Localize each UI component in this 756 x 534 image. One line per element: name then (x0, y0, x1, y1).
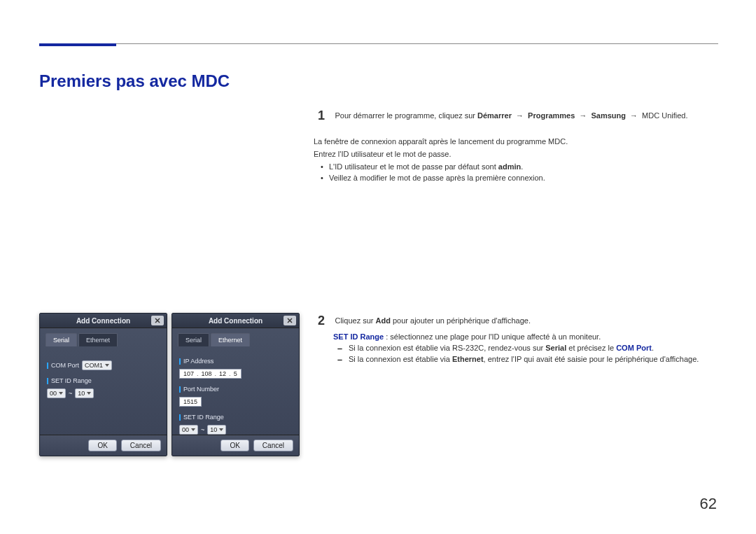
tab-ethernet[interactable]: Ethernet (211, 333, 250, 346)
range-to-select[interactable]: 10 (207, 425, 226, 435)
add-connection-dialog-ethernet: Add Connection Serial Ethernet IP Addres… (172, 313, 300, 456)
header-accent (39, 43, 116, 46)
cancel-button[interactable]: Cancel (121, 440, 161, 451)
step-2-number: 2 (318, 314, 332, 328)
dash-text: Si la connexion est établie via RS-232C,… (349, 344, 545, 352)
set-id-range-label: SET ID Range (179, 414, 292, 421)
port-number-input[interactable]: 1515 (179, 397, 202, 407)
close-icon[interactable] (284, 316, 296, 325)
arrow-icon: → (628, 111, 640, 120)
bullet-change-password: Veillez à modifier le mot de passe après… (314, 174, 706, 182)
ip-octet: 12 (219, 370, 226, 377)
range-from-select[interactable]: 00 (47, 388, 66, 398)
chevron-down-icon (219, 428, 223, 431)
bullet-bold: admin (498, 162, 521, 171)
arrow-icon: → (577, 111, 589, 120)
set-id-range-colored: SET ID Range (333, 332, 384, 341)
bullet-text: Veillez à modifier le mot de passe après… (329, 174, 545, 182)
dash-ethernet: Si la connexion est établie via Ethernet… (333, 355, 710, 363)
dash-serial: Si la connexion est établie via RS-232C,… (333, 344, 710, 352)
range-from-value: 00 (50, 390, 57, 397)
range-to-select[interactable]: 10 (75, 388, 94, 398)
chevron-down-icon (105, 364, 109, 367)
ip-address-input[interactable]: 107. 108. 12. 5 (179, 369, 241, 379)
login-window-text: La fenêtre de connexion apparaît après l… (314, 137, 706, 146)
dialog-title-text: Add Connection (209, 317, 262, 325)
serial-bold: Serial (545, 344, 566, 352)
step-2: 2 Cliquez sur Add pour ajouter un périph… (318, 314, 710, 363)
ip-octet: 107 (183, 370, 194, 377)
com-port-label: COM Port (47, 362, 79, 369)
chevron-down-icon (87, 392, 91, 395)
ok-button[interactable]: OK (88, 440, 116, 451)
dash-text: et précisez le (566, 344, 616, 352)
range-to-value: 10 (210, 426, 217, 433)
bullet-text: L'ID utilisateur et le mot de passe par … (329, 162, 498, 171)
close-icon[interactable] (151, 316, 164, 325)
add-connection-dialog-serial: Add Connection Serial Ethernet COM Port … (39, 313, 167, 456)
path-samsung: Samsung (591, 111, 626, 120)
ip-octet: 5 (234, 370, 237, 377)
path-mdc: MDC Unified (642, 111, 685, 120)
step-2-text: Cliquez sur Add pour ajouter un périphér… (335, 316, 531, 325)
path-programmes: Programmes (528, 111, 575, 120)
dialog-screenshots: Add Connection Serial Ethernet COM Port … (39, 313, 300, 456)
page-number: 62 (700, 495, 717, 513)
dialog-title: Add Connection (172, 314, 299, 328)
set-id-range-line: SET ID Range : sélectionnez une plage po… (318, 332, 710, 341)
step-2-lead: pour ajouter un périphérique d'affichage… (391, 316, 531, 325)
chevron-down-icon (191, 428, 195, 431)
set-id-range-label: SET ID Range (47, 377, 160, 384)
page-title: Premiers pas avec MDC (39, 71, 230, 91)
enter-credentials-text: Entrez l'ID utilisateur et le mot de pas… (314, 150, 706, 158)
ethernet-bold: Ethernet (452, 355, 484, 363)
dash-text: Si la connexion est établie via (349, 355, 452, 363)
range-from-value: 00 (182, 426, 189, 433)
port-number-label: Port Number (179, 386, 292, 393)
tilde: ~ (201, 426, 204, 433)
bullet-text: . (521, 162, 523, 171)
dash-text: , entrez l'IP qui avait été saisie pour … (484, 355, 699, 363)
cancel-button[interactable]: Cancel (253, 440, 293, 451)
range-to-value: 10 (78, 390, 85, 397)
step-2-lead: Cliquez sur (335, 316, 375, 325)
header-rule (39, 43, 718, 44)
bullet-default-admin: L'ID utilisateur et le mot de passe par … (314, 162, 706, 171)
tab-ethernet[interactable]: Ethernet (78, 333, 118, 346)
range-from-select[interactable]: 00 (179, 425, 198, 435)
step-1-text: Pour démarrer le programme, cliquez sur … (335, 111, 687, 120)
step-1-number: 1 (318, 108, 332, 123)
com-port-value: COM1 (85, 362, 103, 369)
tab-serial[interactable]: Serial (46, 333, 77, 346)
path-demarrer: Démarrer (477, 111, 512, 120)
dash-text: . (652, 344, 654, 352)
dialog-title-text: Add Connection (76, 317, 130, 325)
arrow-icon: → (514, 111, 526, 120)
step-1: 1 Pour démarrer le programme, cliquez su… (318, 108, 710, 123)
ok-button[interactable]: OK (220, 440, 248, 451)
chevron-down-icon (59, 392, 63, 395)
ip-address-label: IP Address (179, 358, 292, 365)
tilde: ~ (69, 390, 72, 397)
step-1-lead: Pour démarrer le programme, cliquez sur (335, 111, 477, 120)
tab-serial[interactable]: Serial (178, 333, 209, 346)
add-bold: Add (376, 316, 391, 325)
com-port-select[interactable]: COM1 (82, 360, 112, 370)
step-1-body: La fenêtre de connexion apparaît après l… (314, 133, 706, 182)
dialog-title: Add Connection (40, 314, 167, 328)
com-port-colored: COM Port (616, 344, 652, 352)
set-id-range-text: : sélectionnez une plage pour l'ID uniqu… (384, 332, 601, 341)
ip-octet: 108 (202, 370, 212, 377)
